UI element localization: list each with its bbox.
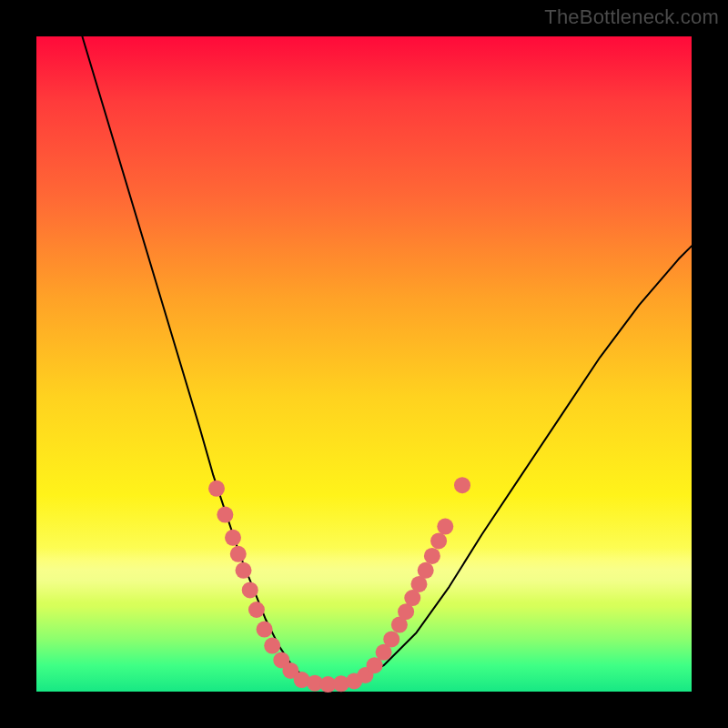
curve-path	[82, 36, 692, 685]
data-point	[236, 562, 252, 579]
data-point	[242, 581, 258, 598]
data-point	[257, 622, 273, 638]
chart-frame: TheBottleneck.com	[0, 0, 728, 728]
chart-svg	[36, 36, 692, 692]
data-point	[248, 602, 265, 618]
data-point	[225, 530, 241, 546]
data-point	[208, 480, 225, 497]
data-point	[230, 546, 247, 562]
plot-area	[36, 36, 692, 692]
data-point	[418, 562, 434, 579]
data-point	[383, 631, 399, 647]
data-point	[454, 477, 470, 493]
data-point	[264, 638, 280, 654]
bottleneck-curve	[82, 36, 692, 685]
data-point	[217, 507, 233, 523]
data-point	[430, 532, 447, 549]
data-point	[424, 548, 440, 564]
watermark-text: TheBottleneck.com	[544, 5, 719, 29]
data-point-markers	[208, 477, 470, 693]
data-point	[437, 519, 453, 535]
